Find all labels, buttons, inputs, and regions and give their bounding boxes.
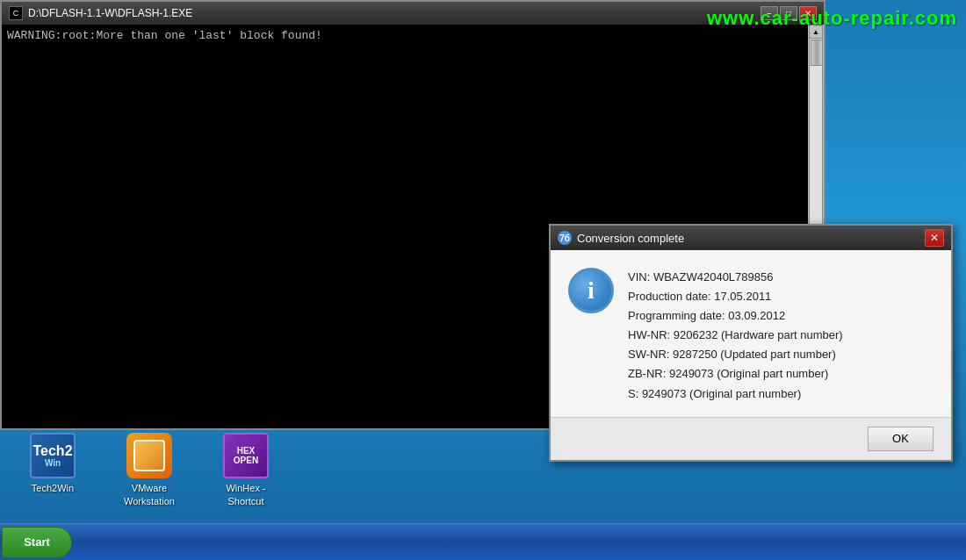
taskbar: Start — [0, 523, 966, 560]
dialog-title-text: Conversion complete — [577, 232, 684, 245]
desktop: www.car-auto-repair.com C D:\DFLASH-1.1-… — [0, 0, 966, 560]
cmd-title-text: D:\DFLASH-1.1-W\DFLASH-1.EXE — [28, 7, 192, 19]
hw-nr-line: HW-NR: 9206232 (Hardware part number) — [628, 326, 934, 345]
desktop-icons: Tech2 Win Tech2Win VMwareWorkstation HEX… — [0, 424, 299, 516]
scrollbar-thumb[interactable] — [811, 39, 823, 66]
dialog-close-button[interactable]: ✕ — [925, 229, 944, 247]
winhex-icon: HEXOPEN — [223, 433, 269, 478]
cmd-icon: C — [9, 6, 23, 20]
vmware-icon-inner — [133, 440, 165, 471]
programming-date-line: Programming date: 03.09.2012 — [628, 306, 934, 326]
winhex-icon-text: HEXOPEN — [234, 446, 258, 465]
tech2win-icon-text1: Tech2 — [32, 444, 72, 458]
s-nr-line: S: 9249073 (Original part number) — [628, 384, 934, 404]
cmd-titlebar: C D:\DFLASH-1.1-W\DFLASH-1.EXE − □ ✕ — [2, 2, 824, 25]
dialog-title-left: 7б Conversion complete — [558, 231, 684, 245]
dialog-footer: OK — [551, 417, 951, 460]
zb-nr-line: ZB-NR: 9249073 (Original part number) — [628, 364, 934, 384]
watermark-text: www.car-auto-repair.com — [707, 7, 957, 30]
vmware-icon — [126, 433, 172, 478]
dialog-title-icon: 7б — [558, 231, 572, 245]
dialog-titlebar: 7б Conversion complete ✕ — [551, 226, 951, 250]
start-button-label: Start — [24, 535, 50, 549]
vmware-label: VMwareWorkstation — [124, 482, 175, 507]
ok-button[interactable]: OK — [868, 427, 934, 451]
info-icon: i — [568, 268, 614, 313]
production-date-line: Production date: 17.05.2011 — [628, 287, 934, 306]
vmware-icon-container[interactable]: VMwareWorkstation — [114, 433, 184, 507]
dialog-info-text: VIN: WBAZW42040L789856 Production date: … — [628, 268, 934, 404]
cmd-title-left: C D:\DFLASH-1.1-W\DFLASH-1.EXE — [9, 6, 192, 20]
winhex-icon-container[interactable]: HEXOPEN WinHex -Shortcut — [211, 433, 281, 507]
winhex-label: WinHex -Shortcut — [226, 482, 265, 507]
tech2win-icon: Tech2 Win — [30, 433, 76, 478]
tech2win-icon-text2: Win — [45, 458, 61, 468]
sw-nr-line: SW-NR: 9287250 (Updated part number) — [628, 345, 934, 364]
tech2win-icon-container[interactable]: Tech2 Win Tech2Win — [18, 433, 88, 507]
cmd-warning-line: WARNING:root:More than one 'last' block … — [7, 29, 322, 42]
conversion-dialog: 7б Conversion complete ✕ i VIN: WBAZW420… — [549, 224, 953, 462]
start-button[interactable]: Start — [2, 527, 72, 558]
dialog-body: i VIN: WBAZW42040L789856 Production date… — [551, 250, 951, 417]
vin-line: VIN: WBAZW42040L789856 — [628, 268, 934, 287]
tech2win-label: Tech2Win — [32, 482, 74, 494]
